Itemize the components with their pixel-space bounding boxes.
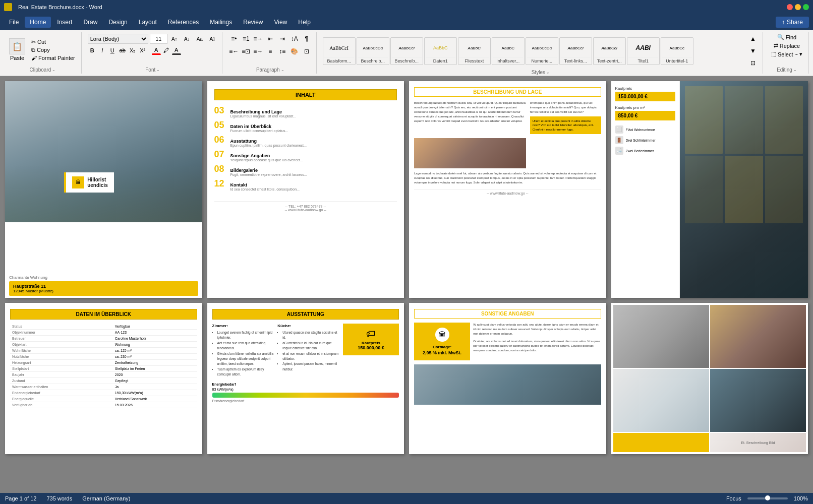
format-painter-button[interactable]: 🖌 Format Painter	[29, 54, 77, 61]
table-row: Endenergiebedarf150,30 kWh/(m²a)	[10, 390, 197, 396]
menu-references[interactable]: References	[163, 17, 204, 28]
style-text-links[interactable]: AaBbCcI Text-links...	[559, 37, 592, 65]
beschreibung-footer: -- www.litute-aadinow.go --	[414, 189, 601, 195]
paragraph-group: ≡• ≡1 ≡→ ⇤ ⇥ ↕A ¶ ≡← ≡⊡ ≡→ ≡ ↕≡ 🎨 ⊡	[224, 32, 317, 74]
font-name-row: Lora (Body) A↑ A↓ Aa A⃝	[88, 33, 218, 44]
bullet-list-button[interactable]: ≡•	[228, 33, 240, 44]
menu-design[interactable]: Design	[103, 17, 132, 28]
style-daten1[interactable]: AaBbC Daten1	[424, 37, 457, 65]
font-color-button[interactable]: A	[152, 46, 161, 55]
menu-layout[interactable]: Layout	[134, 17, 162, 28]
bold-button[interactable]: B	[88, 46, 97, 55]
icon-row-3: 🛁 Zwei Bedezimmer	[615, 147, 676, 155]
title-bar-left: Real Estate Brochure.docx - Word	[4, 3, 102, 11]
style-fliesstext[interactable]: AaBbC Fliesstext	[458, 37, 491, 65]
style-inhaltver[interactable]: AaBbC Inhaltsver...	[492, 37, 525, 65]
underline-button[interactable]: U	[108, 46, 117, 55]
menu-view[interactable]: View	[269, 17, 293, 28]
highlight-button[interactable]: 🖍	[162, 46, 171, 55]
cover-city: 12345 Muster (Musttz)	[13, 289, 194, 293]
shading-button[interactable]: 🎨	[289, 46, 300, 57]
clipboard-expand-icon[interactable]: ⌄	[52, 68, 55, 72]
paste-button[interactable]: 📋 Paste	[8, 37, 26, 62]
font-size-increase-button[interactable]: A↑	[169, 33, 180, 44]
sonstige-yellow-box: 🏛 Cortilage: 2,95 % inkl. MwSt.	[414, 323, 470, 360]
focus-button[interactable]: Focus	[726, 495, 741, 501]
menu-file[interactable]: File	[4, 17, 24, 28]
close-btn[interactable]	[787, 4, 793, 10]
font-size-input[interactable]	[150, 34, 167, 44]
paragraph-expand-icon[interactable]: ⌄	[281, 68, 284, 72]
style-untertitel[interactable]: AaBbCc Untertitel-1	[661, 37, 693, 65]
select-button[interactable]: ⬚ Select ~ ▾	[769, 50, 804, 58]
sort-button[interactable]: ↕A	[289, 33, 300, 44]
copy-button[interactable]: ⧉ Copy	[29, 46, 77, 54]
superscript-button[interactable]: X²	[138, 46, 147, 55]
numbered-list-button[interactable]: ≡1	[241, 33, 252, 44]
styles-group: AaBbCcI Basisform... AaBbCcDd Beschreib.…	[319, 32, 763, 74]
clipboard-small-buttons: ✂ Cut ⧉ Copy 🖌 Format Painter	[29, 38, 77, 61]
font-size-decrease-button[interactable]: A↓	[182, 33, 193, 44]
change-case-button[interactable]: Aa	[194, 33, 205, 44]
font-name-select[interactable]: Lora (Body)	[88, 34, 148, 44]
ausstattung-kauf-badge: 🏷 Kaufpreis 150.000,00 €	[343, 324, 399, 355]
italic-button[interactable]: I	[98, 46, 107, 55]
gallery-label: Et. Beschreibung Bild	[741, 441, 775, 445]
menu-review[interactable]: Review	[238, 17, 268, 28]
style-text-zentri[interactable]: AaBbCcI Text-zentri...	[593, 37, 626, 65]
style-numerie[interactable]: AaBbCcDd Numerie...	[526, 37, 558, 65]
icon-row-1: ⬜ Fläci Wohnuntmoe	[615, 125, 676, 134]
style-titel1[interactable]: AABI Titel1	[627, 37, 660, 65]
align-left-button[interactable]: ≡←	[228, 46, 240, 57]
share-button[interactable]: ↑ Find Share	[776, 17, 809, 28]
replace-button[interactable]: ⇄ Replace	[772, 42, 802, 49]
multilevel-list-button[interactable]: ≡→	[253, 33, 264, 44]
strikethrough-button[interactable]: ab	[118, 46, 127, 55]
paste-icon: 📋	[9, 38, 25, 54]
font-expand-icon[interactable]: ⌄	[156, 68, 160, 72]
styles-more[interactable]: ⊡	[747, 57, 759, 69]
cover-photo	[5, 81, 202, 222]
justify-button[interactable]: ≡	[265, 46, 276, 57]
menu-help[interactable]: Help	[293, 17, 316, 28]
line-spacing-button[interactable]: ↕≡	[277, 46, 288, 57]
align-center-button[interactable]: ≡⊡	[241, 46, 252, 57]
style-beschreib1[interactable]: AaBbCcDd Beschreib...	[357, 37, 389, 65]
menu-draw[interactable]: Draw	[78, 17, 102, 28]
show-marks-button[interactable]: ¶	[301, 33, 312, 44]
menu-insert[interactable]: Insert	[52, 17, 77, 28]
styles-scroll-down[interactable]: ▼	[747, 45, 759, 56]
styles-scroll-up[interactable]: ▲	[747, 33, 759, 44]
align-right-button[interactable]: ≡→	[253, 46, 264, 57]
toc-title-05: Daten im Überblick	[230, 124, 288, 129]
cut-button[interactable]: ✂ Cut	[29, 38, 77, 46]
toc-desc-03: Ligaculumbus magnus, sit eret voluptatit…	[230, 114, 297, 118]
style-preview: AaBbC	[493, 39, 523, 57]
subscript-button[interactable]: X₂	[128, 46, 137, 55]
table-row: Wohnflächeca. 125 m²	[10, 348, 197, 354]
menu-home[interactable]: Home	[25, 17, 51, 28]
toc-website: -- www.litute-aadinow.go --	[214, 208, 397, 212]
decrease-indent-button[interactable]: ⇤	[265, 33, 276, 44]
word-count: 735 words	[46, 495, 72, 501]
style-beschreib2[interactable]: AaBbCcI Beschreib...	[390, 37, 423, 65]
clear-format-button[interactable]: A⃝	[207, 33, 218, 44]
maximize-btn[interactable]	[803, 4, 809, 10]
zoom-slider[interactable]	[747, 497, 788, 499]
style-preview: AaBbCcI	[595, 39, 624, 57]
zimmer-list: Lounget averem fachig ot smenim ipid ipi…	[212, 330, 275, 377]
minimize-btn[interactable]	[795, 4, 801, 10]
beschreibung-right-col: entimquae quo enim pans accaboribus, qui…	[530, 101, 601, 134]
style-basisform[interactable]: AaBbCcI Basisform...	[323, 37, 356, 65]
text-color-button[interactable]: A	[172, 46, 181, 55]
toc-num-05: 05	[214, 120, 227, 131]
find-button[interactable]: 🔍 Find	[775, 33, 798, 41]
document-area[interactable]: 🏛 Hillorist uendicis Charmante Wohnung H…	[0, 76, 813, 498]
editing-expand-icon[interactable]: ⌄	[793, 68, 797, 72]
increase-indent-button[interactable]: ⇥	[277, 33, 288, 44]
border-button[interactable]: ⊡	[301, 46, 312, 57]
menu-mailings[interactable]: Mailings	[205, 17, 237, 28]
styles-expand-icon[interactable]: ⌄	[546, 70, 550, 75]
kaufpreis-label1: Kaufpreis	[615, 86, 676, 91]
table-row: StatusVerfügbar	[10, 324, 197, 330]
